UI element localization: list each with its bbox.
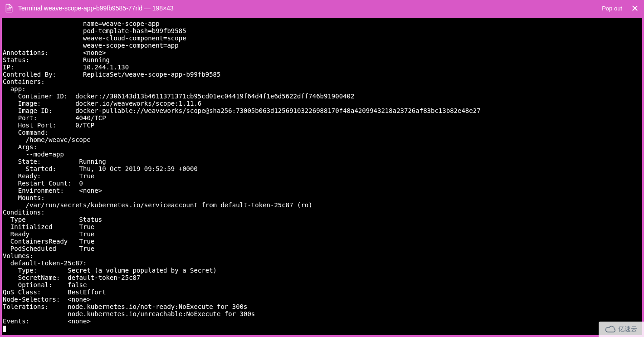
terminal-line: Ready: True	[3, 172, 641, 180]
terminal-line: Environment: <none>	[3, 187, 641, 194]
terminal-line: /var/run/secrets/kubernetes.io/serviceac…	[3, 201, 641, 209]
terminal-line: Conditions:	[3, 209, 641, 216]
terminal-line: /home/weave/scope	[3, 136, 641, 143]
terminal-line: Command:	[3, 129, 641, 136]
terminal-line: Restart Count: 0	[3, 180, 641, 187]
terminal-line: Type: Secret (a volume populated by a Se…	[3, 267, 641, 274]
terminal-line: node.kubernetes.io/unreachable:NoExecute…	[3, 310, 641, 317]
terminal-wrap: name=weave-scope-app pod-template-hash=b…	[0, 16, 644, 337]
terminal-line: IP: 10.244.1.130	[3, 63, 641, 71]
svg-rect-1	[7, 10, 11, 10]
terminal-line: Args:	[3, 143, 641, 151]
popout-button[interactable]: Pop out	[602, 5, 622, 12]
terminal-line: --mode=app	[3, 151, 641, 158]
terminal-line: weave-scope-component=app	[3, 42, 641, 49]
cursor	[3, 326, 6, 332]
terminal-line: Controlled By: ReplicaSet/weave-scope-ap…	[3, 71, 641, 78]
terminal-cursor-line	[3, 325, 641, 332]
terminal-line: Port: 4040/TCP	[3, 114, 641, 122]
terminal-line: State: Running	[3, 158, 641, 165]
close-icon[interactable]	[631, 5, 639, 12]
terminal-line: Mounts:	[3, 194, 641, 201]
terminal-line: Volumes:	[3, 252, 641, 259]
terminal-line: Started: Thu, 10 Oct 2019 09:52:59 +0000	[3, 165, 641, 172]
terminal-line: Node-Selectors: <none>	[3, 296, 641, 303]
terminal-line: ContainersReady True	[3, 238, 641, 245]
titlebar: Terminal weave-scope-app-b99fb9585-77rld…	[0, 0, 644, 16]
terminal-line: Containers:	[3, 78, 641, 85]
terminal-line: Status: Running	[3, 56, 641, 63]
terminal-line: Ready True	[3, 230, 641, 238]
terminal-line: name=weave-scope-app	[3, 20, 641, 27]
terminal-line: app:	[3, 85, 641, 93]
terminal-line: Container ID: docker://306143d13b4611371…	[3, 93, 641, 100]
terminal-output[interactable]: name=weave-scope-app pod-template-hash=b…	[2, 18, 642, 335]
terminal-line: SecretName: default-token-25c87	[3, 274, 641, 281]
terminal-line: pod-template-hash=b99fb9585	[3, 27, 641, 34]
terminal-line: Image ID: docker-pullable://weaveworks/s…	[3, 107, 641, 114]
terminal-line: default-token-25c87:	[3, 259, 641, 267]
terminal-line: Initialized True	[3, 223, 641, 230]
terminal-window: Terminal weave-scope-app-b99fb9585-77rld…	[0, 0, 644, 337]
terminal-line: Optional: false	[3, 281, 641, 288]
terminal-line: Events: <none>	[3, 317, 641, 325]
document-icon	[5, 4, 13, 13]
terminal-line: PodScheduled True	[3, 245, 641, 252]
terminal-line: QoS Class: BestEffort	[3, 288, 641, 296]
terminal-line: Host Port: 0/TCP	[3, 122, 641, 129]
terminal-line: weave-cloud-component=scope	[3, 34, 641, 42]
terminal-line: Type Status	[3, 216, 641, 223]
svg-rect-0	[7, 9, 11, 9]
terminal-line: Image: docker.io/weaveworks/scope:1.11.6	[3, 100, 641, 107]
terminal-line: Annotations: <none>	[3, 49, 641, 56]
window-title: Terminal weave-scope-app-b99fb9585-77rld…	[18, 5, 174, 12]
terminal-line: Tolerations: node.kubernetes.io/not-read…	[3, 303, 641, 310]
